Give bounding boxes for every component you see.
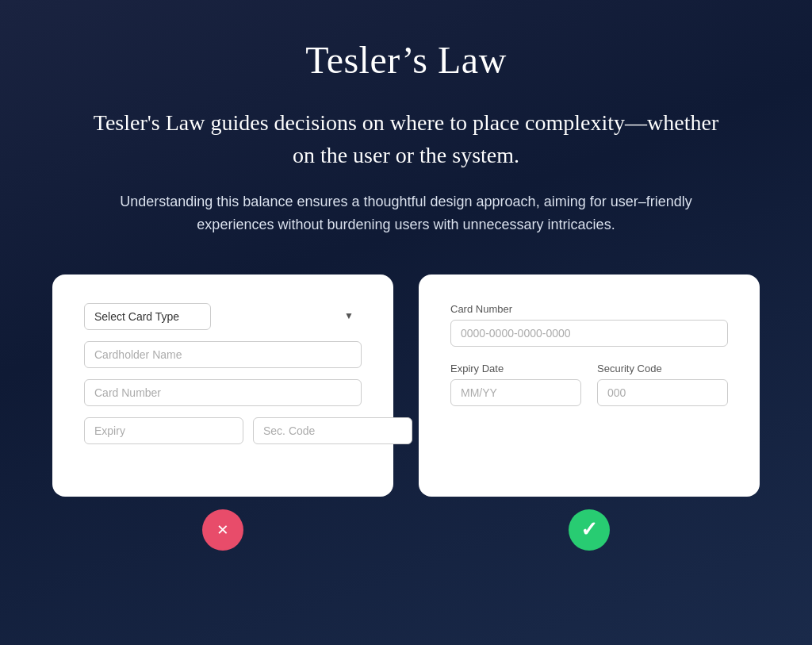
card-number-input-right[interactable] xyxy=(450,320,728,347)
description-text: Understanding this balance ensures a tho… xyxy=(81,190,731,236)
good-form: Card Number Expiry Date Security Code xyxy=(450,303,728,406)
cards-row: Select Card Type Visa Mastercard Amex ▼ … xyxy=(48,275,764,551)
expiry-label: Expiry Date xyxy=(450,363,581,374)
card-type-select-wrapper[interactable]: Select Card Type Visa Mastercard Amex ▼ xyxy=(84,303,362,330)
expiry-group: Expiry Date xyxy=(450,363,581,406)
security-code-input[interactable] xyxy=(597,379,728,406)
bad-badge: × xyxy=(202,509,243,551)
sec-code-input[interactable] xyxy=(253,417,412,444)
bad-example-wrapper: Select Card Type Visa Mastercard Amex ▼ … xyxy=(52,275,393,551)
card-number-input-left[interactable] xyxy=(84,379,362,406)
page-title: Tesler’s Law xyxy=(305,38,507,82)
bad-example-card: Select Card Type Visa Mastercard Amex ▼ xyxy=(52,275,393,497)
security-code-group: Security Code xyxy=(597,363,728,406)
security-code-label: Security Code xyxy=(597,363,728,374)
expiry-input-right[interactable] xyxy=(450,379,581,406)
cardholder-name-input[interactable] xyxy=(84,341,362,368)
bad-form: Select Card Type Visa Mastercard Amex ▼ xyxy=(84,303,362,444)
subtitle-text: Tesler's Law guides decisions on where t… xyxy=(81,107,731,171)
card-number-group: Card Number xyxy=(450,303,728,347)
good-example-card: Card Number Expiry Date Security Code xyxy=(419,275,760,497)
expiry-security-row: Expiry Date Security Code xyxy=(450,363,728,406)
expiry-input-left[interactable] xyxy=(84,417,243,444)
card-number-label: Card Number xyxy=(450,303,728,315)
expiry-seccode-row xyxy=(84,417,362,444)
card-type-select[interactable]: Select Card Type Visa Mastercard Amex xyxy=(84,303,211,330)
good-example-wrapper: Card Number Expiry Date Security Code ✓ xyxy=(419,275,760,551)
chevron-down-icon: ▼ xyxy=(344,310,354,322)
good-badge: ✓ xyxy=(569,509,610,551)
